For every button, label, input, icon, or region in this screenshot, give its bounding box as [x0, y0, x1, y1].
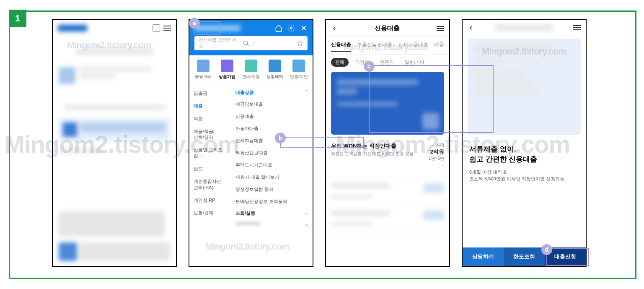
- left-menu-rates[interactable]: 상품별 금리조회 ↗: [189, 143, 231, 162]
- loan-max: 2억원: [430, 148, 444, 155]
- loan-sub: 직장인 고객님을 위한 대표 비대면 전용 상품: [331, 151, 414, 157]
- tab-support[interactable]: 안내/지원: [241, 60, 261, 80]
- annotation-badge-a: a: [189, 18, 200, 29]
- search-icon[interactable]: [243, 40, 249, 47]
- left-menu-isa[interactable]: 개인종합자산 관리(ISA): [189, 175, 231, 194]
- blurred-text: [75, 49, 153, 55]
- submenu-loan-products[interactable]: 대출상품⌃: [231, 87, 313, 98]
- tab-auth[interactable]: 인증/보안: [289, 60, 309, 80]
- annotation-box-c: [369, 65, 494, 133]
- search-placeholder: 검색어를 입력하세요: [199, 37, 239, 49]
- tab-benefits[interactable]: 생활혜택: [265, 60, 285, 80]
- left-menu-fund[interactable]: 펀드: [189, 162, 231, 175]
- left-menu-fx[interactable]: 외환: [189, 112, 231, 125]
- annotation-badge-d: d: [541, 244, 552, 255]
- annotation-box-b: [280, 137, 364, 148]
- loan-product-item-blurred[interactable]: [326, 205, 449, 232]
- submenu-partner-loan[interactable]: 제휴사 대출 알아보기: [231, 171, 313, 183]
- submenu-more[interactable]: ⌄: [231, 219, 313, 229]
- tab-credit-loan[interactable]: 신용대출: [331, 41, 351, 52]
- tab-mortgage[interactable]: 부동산담보대출: [357, 41, 392, 52]
- page-title-blurred: [494, 25, 553, 31]
- annotation-badge-b: b: [275, 133, 286, 143]
- tab-deposit[interactable]: 예금: [434, 41, 444, 52]
- filter-all[interactable]: 전체: [331, 58, 349, 67]
- tab-jeonse[interactable]: 전세자금대출: [398, 41, 428, 52]
- back-icon[interactable]: [468, 24, 474, 31]
- close-icon[interactable]: [300, 24, 308, 32]
- submenu-auto-loan[interactable]: 자동차대출: [231, 122, 313, 135]
- hamburger-menu-icon[interactable]: [163, 26, 171, 31]
- loan-term: 1년~5년: [429, 156, 444, 161]
- left-menu-deposit[interactable]: 입출금: [189, 87, 231, 99]
- loan-product-item-blurred[interactable]: [326, 177, 449, 205]
- search-input[interactable]: 검색어를 입력하세요 |: [194, 36, 308, 50]
- star-icon[interactable]: [297, 40, 303, 47]
- annotation-box-d: [546, 248, 589, 266]
- svg-point-0: [290, 27, 292, 29]
- hamburger-menu-icon[interactable]: [573, 25, 581, 30]
- headline-line2: 쉽고 간편한 신용대출: [469, 154, 579, 164]
- consult-button[interactable]: 상담하기: [463, 247, 504, 266]
- limit-check-button[interactable]: 한도조회: [504, 247, 545, 266]
- submenu-mortgage[interactable]: 부동산담보대출: [231, 147, 313, 159]
- tab-finance[interactable]: 금융거래: [193, 60, 213, 80]
- hamburger-menu-icon[interactable]: [437, 26, 444, 31]
- left-menu-irp[interactable]: 개인형IRP: [189, 194, 231, 206]
- headline-line1: 서류제출 없이,: [469, 144, 579, 154]
- submenu-inquiry[interactable]: 조회/실행⌄: [231, 208, 313, 219]
- loan-max-label: 최대: [429, 142, 444, 148]
- submenu-housing-fund[interactable]: 주택도시기금대출: [231, 159, 313, 171]
- left-menu-loan[interactable]: 대출: [189, 99, 231, 112]
- page-title: 신용대출: [375, 24, 400, 32]
- phone-1-home: [52, 19, 177, 267]
- left-menu-savings[interactable]: 예금/적금/ 신탁/청약: [189, 125, 231, 144]
- submenu-credit-loan[interactable]: 신용대출: [231, 110, 313, 122]
- annotation-badge-c: c: [364, 61, 375, 72]
- step-number-badge: 1: [9, 10, 26, 27]
- submenu-admin-consent[interactable]: 행정정보열람 동의: [231, 183, 313, 195]
- back-icon[interactable]: [331, 25, 338, 32]
- svg-point-1: [244, 41, 248, 45]
- tab-icon[interactable]: [153, 24, 160, 32]
- bank-logo: [58, 25, 87, 31]
- eligibility-line2: 연소득 3,500만원 이하인 직장인이면 신청가능: [469, 175, 579, 182]
- submenu-credit-consent[interactable]: 모바일신용정보 조회동의: [231, 195, 313, 208]
- phone-4-loan-detail: 서류제출 없이, 쉽고 간편한 신용대출 6개월 이상 재직 & 연소득 3,5…: [462, 19, 587, 267]
- home-icon[interactable]: [275, 24, 282, 32]
- submenu-deposit-loan[interactable]: 예금담보대출: [231, 98, 313, 110]
- left-menu-insurance[interactable]: 보험/공제: [189, 206, 231, 219]
- eligibility-line1: 6개월 이상 재직 &: [469, 169, 579, 176]
- gear-icon[interactable]: [287, 24, 295, 32]
- tab-products[interactable]: 상품가입: [217, 60, 237, 80]
- favorite-icon[interactable]: ♡: [331, 163, 444, 171]
